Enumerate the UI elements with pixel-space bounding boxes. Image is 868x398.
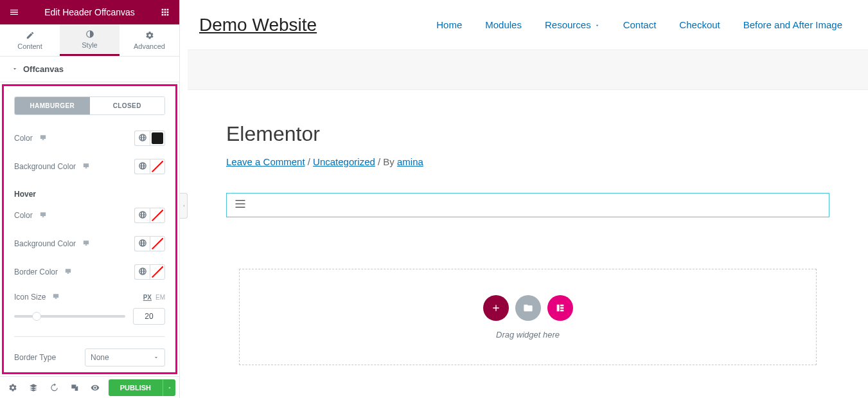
nav-checkout[interactable]: Checkout: [679, 19, 720, 30]
toggle-closed[interactable]: CLOSED: [90, 97, 165, 114]
author-link[interactable]: amina: [397, 156, 423, 167]
sidebar-title: Edit Header Offcanvas: [44, 7, 135, 17]
globe-icon[interactable]: [138, 210, 147, 221]
preview-icon[interactable]: [86, 379, 104, 397]
desktop-icon[interactable]: [64, 267, 72, 276]
control-border-type: Border Type None: [4, 342, 175, 373]
nav-modules[interactable]: Modules: [485, 19, 522, 30]
toggle-hamburger[interactable]: HAMBURGER: [15, 97, 90, 114]
state-toggle: HAMBURGER CLOSED: [14, 96, 165, 115]
settings-icon[interactable]: [4, 379, 22, 397]
controls-highlight: HAMBURGER CLOSED Color Background Color: [2, 84, 177, 374]
post-meta: Leave a Comment / Uncategorized / By ami…: [226, 156, 829, 167]
responsive-icon[interactable]: [66, 379, 84, 397]
site-title[interactable]: Demo Website: [199, 15, 317, 35]
control-icon-size: Icon Size PX EM: [4, 286, 175, 308]
site-header: Demo Website Home Modules Resources Cont…: [188, 0, 868, 50]
nav-home[interactable]: Home: [436, 19, 462, 30]
navigator-icon[interactable]: [24, 379, 42, 397]
color-picker[interactable]: [134, 131, 165, 146]
icon-size-slider-row: [4, 308, 175, 331]
color-picker[interactable]: [134, 159, 165, 174]
page-body: Elementor Leave a Comment / Uncategorize…: [188, 90, 868, 398]
chevron-down-icon: [153, 354, 159, 361]
slider-thumb[interactable]: [32, 312, 41, 321]
hamburger-icon[interactable]: [235, 199, 246, 211]
globe-icon[interactable]: [138, 133, 147, 144]
hover-label: Hover: [4, 181, 175, 201]
desktop-icon[interactable]: [82, 162, 90, 171]
sidebar-header: Edit Header Offcanvas: [0, 0, 179, 24]
desktop-icon[interactable]: [39, 211, 47, 220]
publish-options[interactable]: [163, 379, 175, 396]
panel-tabs: Content Style Advanced: [0, 24, 179, 57]
tab-advanced[interactable]: Advanced: [120, 24, 179, 56]
globe-icon[interactable]: [138, 239, 147, 249]
nav-contact[interactable]: Contact: [623, 19, 657, 30]
color-swatch-black[interactable]: [152, 132, 163, 144]
page-heading: Elementor: [226, 122, 829, 146]
offcanvas-widget[interactable]: [226, 193, 829, 217]
tab-style[interactable]: Style: [60, 24, 120, 56]
caret-down-icon: [12, 64, 18, 74]
control-hover-color: Color: [4, 201, 175, 230]
collapse-handle[interactable]: [180, 193, 188, 219]
color-swatch-none[interactable]: [152, 210, 163, 221]
section-offcanvas[interactable]: Offcanvas: [0, 57, 179, 82]
color-swatch-none[interactable]: [152, 266, 163, 278]
color-picker[interactable]: [134, 236, 165, 251]
elementor-sidebar: Edit Header Offcanvas Content Style Adva…: [0, 0, 180, 398]
widget-dropzone[interactable]: Drag widget here: [239, 269, 817, 365]
control-hover-bg: Background Color: [4, 230, 175, 258]
apps-icon[interactable]: [157, 5, 173, 20]
icon-size-slider[interactable]: [14, 315, 125, 318]
publish-button[interactable]: PUBLISH: [109, 379, 163, 396]
nav-before-after[interactable]: Before and After Image: [743, 19, 842, 30]
control-color: Color: [4, 124, 175, 152]
menu-icon[interactable]: [6, 5, 22, 20]
color-swatch-none[interactable]: [152, 161, 163, 172]
history-icon[interactable]: [45, 379, 63, 397]
color-picker[interactable]: [134, 208, 165, 223]
chevron-down-icon: [594, 19, 600, 30]
desktop-icon[interactable]: [39, 134, 47, 143]
control-border-color: Border Color: [4, 258, 175, 286]
control-bg-color: Background Color: [4, 152, 175, 181]
tab-content[interactable]: Content: [0, 24, 60, 56]
globe-icon[interactable]: [138, 267, 147, 278]
sidebar-footer: PUBLISH: [0, 376, 179, 398]
icon-size-input[interactable]: [133, 308, 165, 325]
desktop-icon[interactable]: [82, 239, 90, 248]
spacer-strip: [188, 50, 868, 90]
color-swatch-none[interactable]: [152, 238, 163, 249]
dropzone-text: Drag widget here: [496, 330, 560, 339]
unit-selector: PX EM: [143, 294, 165, 301]
dropzone-actions: [483, 295, 573, 321]
add-section-button[interactable]: [483, 295, 509, 321]
unit-px[interactable]: PX: [143, 294, 152, 301]
leave-comment-link[interactable]: Leave a Comment: [226, 156, 305, 167]
color-picker[interactable]: [134, 264, 165, 280]
preview-area: Demo Website Home Modules Resources Cont…: [188, 0, 868, 398]
separator: [14, 336, 165, 337]
site-nav: Home Modules Resources Contact Checkout …: [436, 19, 842, 30]
unit-em[interactable]: EM: [155, 294, 165, 301]
template-button[interactable]: [515, 295, 541, 321]
desktop-icon[interactable]: [52, 293, 60, 302]
globe-icon[interactable]: [138, 161, 147, 172]
category-link[interactable]: Uncategorized: [313, 156, 375, 167]
elementskit-button[interactable]: [547, 295, 573, 321]
border-type-select[interactable]: None: [85, 348, 165, 366]
nav-resources[interactable]: Resources: [545, 19, 600, 30]
